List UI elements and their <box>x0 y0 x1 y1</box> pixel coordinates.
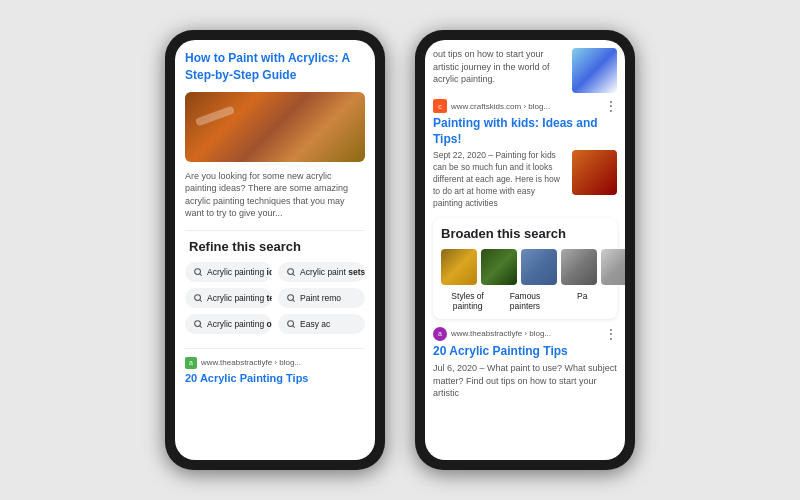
refine-chips-grid: Acrylic painting ideas Acrylic paint set… <box>185 262 365 334</box>
right-article1-title[interactable]: Painting with kids: Ideas and Tips! <box>433 116 617 147</box>
right-phone-screen: out tips on how to start your artistic j… <box>425 40 625 460</box>
svg-line-7 <box>293 300 295 302</box>
svg-line-3 <box>293 274 295 276</box>
right-favicon1: c <box>433 99 447 113</box>
svg-point-8 <box>195 321 201 327</box>
left-site-url: www.theabstractlyfe › blog... <box>201 358 301 367</box>
left-screen-content: How to Paint with Acrylics: A Step-by-St… <box>175 40 375 460</box>
search-icon <box>286 319 296 329</box>
snippet-painting-image <box>572 48 617 93</box>
right-bottom-title[interactable]: 20 Acrylic Painting Tips <box>433 344 617 360</box>
right-source-line2: a www.theabstractlyfe › blog... ⋮ <box>433 327 617 341</box>
more-options-icon[interactable]: ⋮ <box>605 99 617 113</box>
right-source-line1: c www.craftskids.com › blog... ⋮ <box>433 99 617 113</box>
left-site-line: a www.theabstractlyfe › blog... <box>185 357 365 369</box>
search-icon <box>193 319 203 329</box>
left-favicon: a <box>185 357 197 369</box>
painting-hero-image <box>185 92 365 162</box>
broaden-images-row <box>441 249 609 285</box>
refine-chip-paint-remove[interactable]: Paint remo <box>278 288 365 308</box>
broaden-label-famous[interactable]: Famous painters <box>498 291 551 311</box>
broaden-label-styles[interactable]: Styles of painting <box>441 291 494 311</box>
svg-point-10 <box>288 321 294 327</box>
right-article1-desc: Sept 22, 2020 – Painting for kids can be… <box>433 150 566 209</box>
more-options-icon2[interactable]: ⋮ <box>605 327 617 341</box>
right-bottom-date: Jul 6, 2020 <box>433 363 477 373</box>
svg-line-9 <box>200 326 202 328</box>
right-favicon2: a <box>433 327 447 341</box>
left-phone-screen: How to Paint with Acrylics: A Step-by-St… <box>175 40 375 460</box>
search-icon <box>193 267 203 277</box>
right-screen-content: out tips on how to start your artistic j… <box>425 40 625 460</box>
right-bottom-result: a www.theabstractlyfe › blog... ⋮ 20 Acr… <box>433 327 617 400</box>
svg-point-4 <box>195 295 201 301</box>
broaden-labels-row: Styles of painting Famous painters Pa <box>441 291 609 311</box>
broaden-image-4[interactable] <box>561 249 597 285</box>
right-article1-date: Sept 22, 2020 <box>433 150 486 160</box>
svg-point-2 <box>288 269 294 275</box>
left-bottom-result: a www.theabstractlyfe › blog... 20 Acryl… <box>185 348 365 384</box>
svg-line-5 <box>200 300 202 302</box>
chip-text-sets: Acrylic paint sets <box>300 267 365 277</box>
chip-text-ideas: Acrylic painting ideas <box>207 267 272 277</box>
right-top-snippet: out tips on how to start your artistic j… <box>433 48 617 93</box>
left-result-title[interactable]: 20 Acrylic Painting Tips <box>185 372 365 384</box>
right-phone: out tips on how to start your artistic j… <box>415 30 635 470</box>
chip-text-easy: Easy ac <box>300 319 330 329</box>
left-article-description: Are you looking for some new acrylic pai… <box>185 170 365 220</box>
search-icon <box>193 293 203 303</box>
svg-point-0 <box>195 269 201 275</box>
right-top-snippet-text: out tips on how to start your artistic j… <box>433 48 566 93</box>
svg-line-11 <box>293 326 295 328</box>
refine-chip-techniques[interactable]: Acrylic painting techniques <box>185 288 272 308</box>
broaden-heading: Broaden this search <box>441 226 609 241</box>
refine-section: Refine this search Acrylic painting idea… <box>185 230 365 342</box>
chip-text-online-courses: Acrylic painting online courses <box>207 319 272 329</box>
chip-text-techniques: Acrylic painting techniques <box>207 293 272 303</box>
svg-point-6 <box>288 295 294 301</box>
article1-thumbnail <box>572 150 617 195</box>
refine-heading: Refine this search <box>185 239 365 254</box>
refine-chip-sets[interactable]: Acrylic paint sets <box>278 262 365 282</box>
scene: How to Paint with Acrylics: A Step-by-St… <box>145 10 655 490</box>
svg-line-1 <box>200 274 202 276</box>
right-article1-body: Sept 22, 2020 – Painting for kids can be… <box>433 150 617 209</box>
search-icon <box>286 267 296 277</box>
broaden-image-3[interactable] <box>521 249 557 285</box>
refine-chip-online-courses[interactable]: Acrylic painting online courses <box>185 314 272 334</box>
broaden-section: Broaden this search Styles of painting F… <box>433 218 617 319</box>
broaden-image-5[interactable] <box>601 249 625 285</box>
right-source-url1: www.craftskids.com › blog... <box>451 102 550 111</box>
search-icon <box>286 293 296 303</box>
left-phone: How to Paint with Acrylics: A Step-by-St… <box>165 30 385 470</box>
broaden-image-2[interactable] <box>481 249 517 285</box>
right-bottom-desc: Jul 6, 2020 – What paint to use? What su… <box>433 362 617 400</box>
chip-text-paint-remove: Paint remo <box>300 293 341 303</box>
refine-chip-ideas[interactable]: Acrylic painting ideas <box>185 262 272 282</box>
right-article1: c www.craftskids.com › blog... ⋮ Paintin… <box>433 99 617 210</box>
left-article-title[interactable]: How to Paint with Acrylics: A Step-by-St… <box>185 50 365 84</box>
broaden-image-1[interactable] <box>441 249 477 285</box>
refine-chip-easy[interactable]: Easy ac <box>278 314 365 334</box>
broaden-label-pa[interactable]: Pa <box>556 291 609 311</box>
right-source-url2: www.theabstractlyfe › blog... <box>451 329 551 338</box>
